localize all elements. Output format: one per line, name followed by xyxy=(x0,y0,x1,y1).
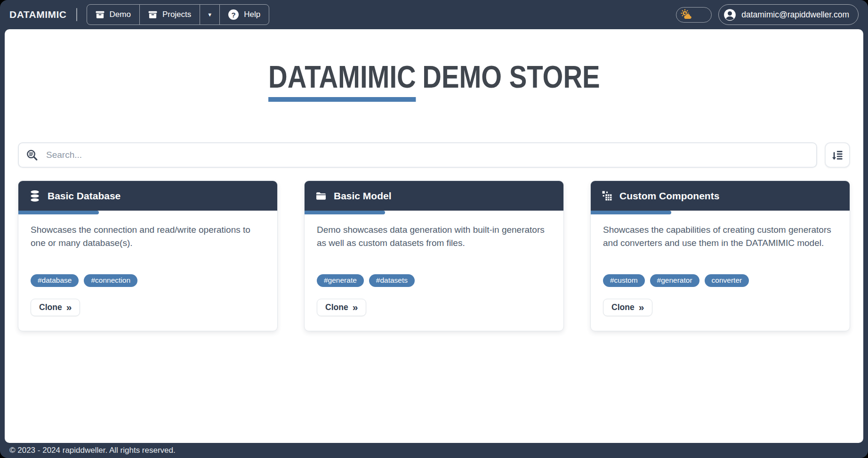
brand-logo: DATAMIMIC xyxy=(9,9,67,20)
search-text-icon xyxy=(26,149,39,162)
help-button[interactable]: ? Help xyxy=(219,5,269,25)
card-accent-bar xyxy=(305,211,385,214)
footer: © 2023 - 2024 rapiddweller. All rights r… xyxy=(0,443,868,458)
clone-button-label: Clone xyxy=(39,303,62,312)
main-content: DATAMIMICDEMO STORE xyxy=(5,29,863,443)
copyright-text: © 2023 - 2024 rapiddweller. All rights r… xyxy=(9,446,176,455)
tag-badge: #generator xyxy=(650,274,699,287)
sun-cloud-icon xyxy=(681,9,693,20)
card-body: Demo showcases data generation with buil… xyxy=(305,214,563,331)
card-basic-model: Basic Model Demo showcases data generati… xyxy=(304,180,564,331)
tag-badge: #generate xyxy=(317,274,364,287)
caret-down-icon: ▼ xyxy=(207,12,212,17)
card-header: Basic Model xyxy=(305,181,563,211)
tag-badge: converter xyxy=(705,274,749,287)
page-title-rest: DEMO STORE xyxy=(422,59,600,94)
user-account-button[interactable]: datamimic@rapiddweller.com xyxy=(718,4,859,25)
database-icon xyxy=(29,190,40,202)
user-email: datamimic@rapiddweller.com xyxy=(741,10,849,20)
clone-button[interactable]: Clone » xyxy=(603,299,652,316)
archive-icon xyxy=(148,10,157,19)
help-button-label: Help xyxy=(244,10,260,19)
search-input[interactable] xyxy=(45,149,809,161)
double-chevron-right-icon: » xyxy=(639,302,644,312)
user-avatar-icon xyxy=(723,8,736,21)
app-window: DATAMIMIC Demo Projects ▼ ? Help xyxy=(0,0,868,458)
clone-button[interactable]: Clone » xyxy=(31,299,80,316)
theme-toggle[interactable] xyxy=(676,7,712,23)
card-accent-bar xyxy=(18,211,99,214)
card-description: Showcases the connection and read/write … xyxy=(31,223,265,274)
clone-button-label: Clone xyxy=(611,303,635,312)
tag-badge: #connection xyxy=(84,274,137,287)
sort-button[interactable] xyxy=(825,142,850,168)
projects-button[interactable]: Projects xyxy=(139,5,200,25)
search-box xyxy=(18,142,817,168)
card-description: Demo showcases data generation with buil… xyxy=(317,223,551,274)
card-title: Basic Model xyxy=(334,190,392,202)
card-body: Showcases the connection and read/write … xyxy=(18,214,277,331)
double-chevron-right-icon: » xyxy=(66,302,72,312)
tag-list: #custom #generator converter xyxy=(603,274,837,287)
card-title: Basic Database xyxy=(48,190,121,202)
card-accent-bar xyxy=(591,211,671,214)
tag-badge: #custom xyxy=(603,274,645,287)
tag-list: #generate #datasets xyxy=(317,274,551,287)
archive-icon xyxy=(96,10,104,19)
card-description: Showcases the capabilities of creating c… xyxy=(603,223,837,274)
projects-button-label: Projects xyxy=(162,10,191,19)
nav-divider xyxy=(76,8,77,21)
question-circle-icon: ? xyxy=(228,9,239,20)
double-chevron-right-icon: » xyxy=(353,302,358,312)
tag-list: #database #connection xyxy=(31,274,265,287)
card-title: Custom Components xyxy=(619,190,719,202)
nav-button-group: Demo Projects ▼ ? Help xyxy=(87,4,270,25)
tag-badge: #database xyxy=(31,274,79,287)
card-header: Custom Components xyxy=(591,181,850,211)
card-body: Showcases the capabilities of creating c… xyxy=(591,214,850,331)
tag-badge: #datasets xyxy=(369,274,415,287)
navbar: DATAMIMIC Demo Projects ▼ ? Help xyxy=(0,0,868,29)
card-grid: Basic Database Showcases the connection … xyxy=(18,180,850,331)
page-title: DATAMIMICDEMO STORE xyxy=(18,58,850,102)
clone-button-label: Clone xyxy=(325,303,348,312)
card-custom-components: Custom Components Showcases the capabili… xyxy=(590,180,850,331)
card-basic-database: Basic Database Showcases the connection … xyxy=(18,180,278,331)
search-row xyxy=(18,142,850,168)
card-header: Basic Database xyxy=(18,181,277,211)
nav-dropdown-toggle[interactable]: ▼ xyxy=(200,5,219,25)
components-grid-icon xyxy=(602,190,612,201)
clone-button[interactable]: Clone » xyxy=(317,299,366,316)
folder-icon xyxy=(315,190,327,202)
demo-button[interactable]: Demo xyxy=(87,5,139,25)
page-title-highlight: DATAMIMIC xyxy=(268,58,416,102)
sort-amount-down-icon xyxy=(831,149,844,162)
demo-button-label: Demo xyxy=(110,10,131,19)
